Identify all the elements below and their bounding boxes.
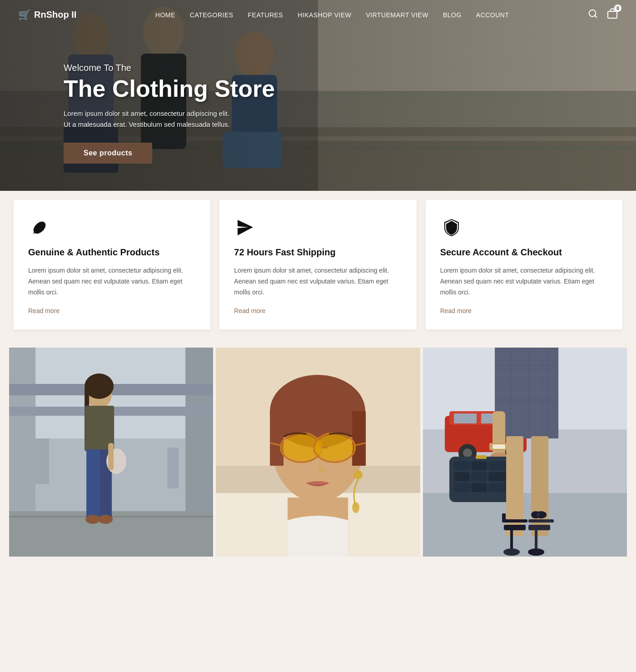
cart-count: 0 (614, 5, 621, 12)
send-icon (237, 219, 254, 236)
feature-desc-secure: Lorem ipsum dolor sit amet, consectetur … (440, 265, 608, 298)
svg-rect-95 (471, 483, 487, 492)
nav-categories[interactable]: CATEGORIES (190, 11, 234, 19)
svg-rect-108 (528, 519, 554, 523)
nav-blog[interactable]: BLOG (443, 11, 462, 19)
svg-rect-93 (488, 472, 508, 481)
features-section: Genuine & Authentic Products Lorem ipsum… (0, 191, 636, 338)
feature-link-shipping[interactable]: Read more (234, 307, 265, 314)
svg-rect-104 (502, 513, 506, 521)
svg-point-57 (352, 502, 359, 513)
gallery-item-3 (423, 348, 627, 557)
svg-rect-33 (86, 449, 99, 518)
gallery-image-3 (423, 348, 627, 557)
cart-icon[interactable]: 0 (607, 8, 618, 21)
leaf-icon (30, 218, 49, 237)
gallery-section (0, 338, 636, 557)
nav-home[interactable]: HOME (155, 11, 175, 19)
svg-point-36 (98, 515, 113, 524)
logo-text: RnShop II (34, 10, 76, 20)
feature-card-shipping: 72 Hours Fast Shipping Lorem ipsum dolor… (219, 200, 416, 329)
svg-rect-90 (488, 461, 508, 470)
hero-content: Welcome To The The Clothing Store Lorem … (64, 63, 275, 164)
header-actions: 0 (588, 8, 618, 21)
svg-rect-64 (454, 413, 477, 423)
feature-title-shipping: 72 Hours Fast Shipping (234, 246, 402, 258)
logo-icon: 🛒 (18, 9, 30, 21)
svg-point-52 (315, 434, 353, 461)
nav-hikashop[interactable]: HIKASHOP VIEW (298, 11, 351, 19)
feature-link-secure[interactable]: Read more (440, 307, 472, 314)
svg-rect-38 (108, 443, 114, 470)
svg-point-107 (528, 548, 544, 556)
gallery-item-2 (216, 348, 420, 557)
feature-card-genuine: Genuine & Authentic Products Lorem ipsum… (14, 200, 210, 329)
logo-suffix: II (71, 10, 76, 20)
feature-desc-genuine: Lorem ipsum dolor sit amet, consectetur … (28, 265, 196, 298)
svg-rect-103 (502, 519, 527, 523)
gallery-image-1 (9, 348, 213, 557)
hero-cta-button[interactable]: See products (64, 143, 152, 164)
svg-rect-89 (471, 461, 487, 470)
feature-link-genuine[interactable]: Read more (28, 307, 60, 314)
hero-description: Lorem ipsum dolor sit amet, consectetur … (64, 108, 236, 130)
feature-icon-leaf-wrap (28, 216, 51, 239)
hero-subtitle: Welcome To The (64, 63, 275, 73)
svg-point-102 (503, 548, 520, 556)
gallery-item-1 (9, 348, 213, 557)
svg-rect-97 (476, 455, 487, 459)
svg-rect-96 (488, 483, 508, 492)
feature-card-secure: Secure Account & Checkout Lorem ipsum do… (426, 200, 622, 329)
svg-rect-47 (270, 411, 283, 466)
site-header: 🛒 RnShop II HOME CATEGORIES FEATURES HIK… (0, 0, 636, 30)
feature-icon-shield-wrap (440, 216, 463, 239)
svg-marker-20 (238, 220, 253, 235)
feature-icon-arrow-wrap (234, 216, 257, 239)
nav-features[interactable]: FEATURES (248, 11, 283, 19)
nav-virtuemart[interactable]: VIRTUEMART VIEW (366, 11, 428, 19)
gallery-image-2 (216, 348, 420, 557)
svg-rect-100 (504, 525, 526, 530)
svg-rect-40 (167, 448, 179, 488)
svg-rect-2 (608, 11, 617, 18)
svg-rect-92 (471, 472, 487, 481)
svg-rect-105 (528, 525, 550, 530)
svg-rect-88 (454, 461, 470, 470)
svg-rect-61 (423, 493, 627, 557)
svg-point-111 (537, 513, 540, 517)
svg-point-56 (353, 470, 363, 479)
svg-point-67 (463, 448, 472, 458)
site-logo[interactable]: 🛒 RnShop II (18, 9, 76, 21)
svg-point-35 (85, 515, 100, 524)
feature-title-secure: Secure Account & Checkout (440, 246, 608, 258)
shield-icon (443, 218, 460, 237)
hero-title: The Clothing Store (64, 76, 275, 102)
svg-rect-91 (454, 472, 470, 481)
search-icon[interactable] (588, 9, 598, 21)
nav-account[interactable]: ACCOUNT (476, 11, 509, 19)
feature-desc-shipping: Lorem ipsum dolor sit amet, consectetur … (234, 265, 402, 298)
svg-rect-85 (492, 444, 505, 449)
svg-rect-48 (352, 411, 366, 466)
main-nav: HOME CATEGORIES FEATURES HIKASHOP VIEW V… (155, 11, 509, 19)
feature-title-genuine: Genuine & Authentic Products (28, 246, 196, 258)
svg-line-1 (595, 15, 596, 17)
svg-rect-39 (35, 438, 49, 484)
svg-rect-94 (454, 483, 470, 492)
